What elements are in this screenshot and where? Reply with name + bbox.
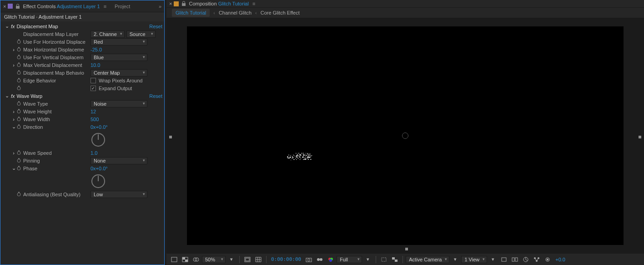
value-scrubber[interactable]: -25.0 <box>91 47 102 52</box>
layer-handle[interactable] <box>639 136 641 138</box>
composition-canvas[interactable]: GLITCH <box>187 26 624 245</box>
stopwatch-icon[interactable] <box>16 55 21 60</box>
crumb[interactable]: Channel Glitch <box>219 10 252 15</box>
svg-rect-11 <box>18 78 20 79</box>
twirl-down-icon[interactable]: ⌄ <box>11 165 16 171</box>
mask-toggle-icon[interactable] <box>191 255 201 264</box>
comp-flowchart-icon[interactable] <box>532 255 542 264</box>
stopwatch-icon[interactable] <box>16 39 21 45</box>
current-timecode[interactable]: 0:00:00:00 <box>269 256 303 262</box>
anchor-point-icon[interactable] <box>402 132 408 139</box>
value-scrubber[interactable]: 10.0 <box>91 62 100 68</box>
reset-link[interactable]: Reset <box>149 93 162 99</box>
show-snapshot-icon[interactable] <box>315 255 325 264</box>
effect-displacement-map-header[interactable]: ⌄ fx Displacement Map Reset <box>0 22 164 30</box>
layer-dropdown[interactable]: 2. Channe <box>91 31 125 38</box>
always-preview-icon[interactable] <box>169 255 179 264</box>
composition-tab[interactable]: Composition Glitch Tutorial <box>189 1 248 6</box>
views-dropdown[interactable]: 1 View <box>461 256 487 263</box>
resolution-menu-icon[interactable]: ▾ <box>363 255 373 264</box>
value-scrubber[interactable]: 0x+0.0° <box>91 124 108 130</box>
stopwatch-icon[interactable] <box>16 47 21 52</box>
fast-previews-icon[interactable] <box>510 255 520 264</box>
effect-wave-warp-header[interactable]: ⌄ fx Wave Warp Reset <box>0 92 164 100</box>
stopwatch-icon[interactable] <box>16 109 21 114</box>
transparency-grid-icon[interactable] <box>180 255 190 264</box>
value-scrubber[interactable]: 1.0 <box>91 150 97 156</box>
crumb[interactable]: Core Glitch Effect <box>261 10 300 15</box>
channel-icon[interactable] <box>326 255 336 264</box>
value-scrubber[interactable]: 500 <box>91 117 99 122</box>
effect-controls-tab[interactable]: Effect Controls Adjustment Layer 1 <box>23 4 100 9</box>
value-scrubber[interactable]: 12 <box>91 109 96 114</box>
twirl-down-icon[interactable]: ⌄ <box>5 23 9 29</box>
layer-source-dropdown[interactable]: Source <box>126 31 156 38</box>
stopwatch-icon[interactable] <box>16 101 21 107</box>
value-scrubber[interactable]: 0x+0.0° <box>91 166 108 171</box>
stopwatch-icon[interactable] <box>16 117 21 122</box>
stopwatch-icon[interactable] <box>16 158 21 163</box>
stopwatch-icon[interactable] <box>16 86 21 91</box>
crumb-active[interactable]: Glitch Tutorial <box>172 9 210 17</box>
resolution-dropdown[interactable]: Full <box>337 256 362 263</box>
project-tab[interactable]: Project <box>115 4 130 9</box>
camera-dropdown[interactable]: Active Camera <box>406 256 449 263</box>
safe-zones-icon[interactable] <box>242 255 252 264</box>
stopwatch-icon[interactable] <box>16 78 21 83</box>
layer-handle[interactable] <box>405 248 408 250</box>
pixel-aspect-icon[interactable] <box>499 255 509 264</box>
panel-menu-icon[interactable]: ≡ <box>252 1 255 6</box>
wrap-pixels-checkbox[interactable] <box>91 78 96 83</box>
expand-output-checkbox[interactable] <box>91 86 96 91</box>
horizontal-channel-dropdown[interactable]: Red <box>91 38 147 46</box>
zoom-dropdown[interactable]: 50% <box>202 256 226 263</box>
grid-icon[interactable] <box>253 255 263 264</box>
vertical-channel-dropdown[interactable]: Blue <box>91 54 147 61</box>
angle-dial[interactable] <box>91 133 105 147</box>
svg-text:GLITCH: GLITCH <box>287 154 311 159</box>
zoom-menu-icon[interactable]: ▾ <box>226 255 236 264</box>
twirl-right-icon[interactable]: › <box>11 62 16 68</box>
antialiasing-dropdown[interactable]: Low <box>91 191 147 198</box>
twirl-right-icon[interactable]: › <box>11 47 16 52</box>
twirl-down-icon[interactable]: ⌄ <box>5 93 9 99</box>
stopwatch-icon[interactable] <box>16 62 21 68</box>
close-tab-icon[interactable]: × <box>3 4 6 9</box>
transparency-toggle-icon[interactable] <box>390 255 400 264</box>
fx-badge[interactable]: fx <box>11 93 15 99</box>
prop-use-vertical: Use For Vertical Displacem Blue <box>0 53 164 61</box>
stopwatch-icon[interactable] <box>16 192 21 197</box>
reset-link[interactable]: Reset <box>149 24 162 29</box>
stopwatch-icon[interactable] <box>16 70 21 76</box>
snapshot-icon[interactable] <box>304 255 314 264</box>
twirl-right-icon[interactable]: › <box>11 109 16 114</box>
twirl-right-icon[interactable]: › <box>11 117 16 122</box>
stopwatch-icon[interactable] <box>16 150 21 156</box>
exposure-value[interactable]: +0.0 <box>553 257 567 262</box>
lock-icon[interactable] <box>15 4 20 9</box>
fx-badge[interactable]: fx <box>11 24 15 29</box>
composition-tab-bar: × Composition Glitch Tutorial ≡ <box>166 0 644 8</box>
views-menu-icon[interactable]: ▾ <box>488 255 498 264</box>
effect-name: Displacement Map <box>17 24 150 29</box>
wave-type-dropdown[interactable]: Noise <box>91 100 147 107</box>
timeline-icon[interactable] <box>521 255 531 264</box>
close-tab-icon[interactable]: × <box>169 1 172 6</box>
twirl-down-icon[interactable]: ⌄ <box>11 124 16 130</box>
region-of-interest-icon[interactable] <box>379 255 389 264</box>
stopwatch-icon[interactable] <box>16 166 21 171</box>
reset-exposure-icon[interactable] <box>543 255 553 264</box>
pinning-dropdown[interactable]: None <box>91 157 147 164</box>
overflow-tabs-icon[interactable]: » <box>159 4 161 9</box>
twirl-right-icon[interactable]: › <box>11 150 16 156</box>
canvas-area[interactable]: GLITCH <box>166 18 644 253</box>
camera-menu-icon[interactable]: ▾ <box>450 255 460 264</box>
layer-handle[interactable] <box>169 136 172 138</box>
behavior-dropdown[interactable]: Center Map <box>91 69 147 76</box>
svg-point-4 <box>17 56 20 59</box>
panel-menu-icon[interactable]: ≡ <box>104 4 106 9</box>
svg-rect-48 <box>395 260 397 262</box>
stopwatch-icon[interactable] <box>16 124 21 130</box>
lock-icon[interactable] <box>181 1 186 6</box>
angle-dial[interactable] <box>91 174 105 188</box>
